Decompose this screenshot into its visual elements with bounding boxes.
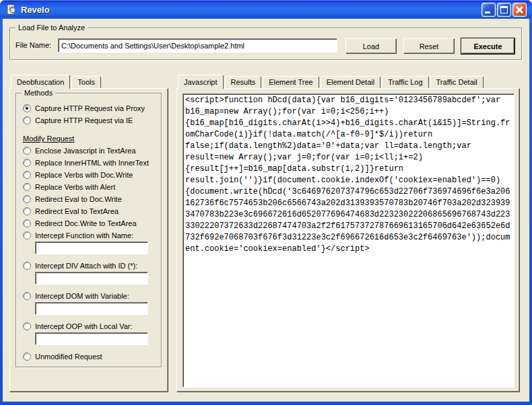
radio-intercept-dom-variable[interactable]: Intercept DOM with Variable:: [23, 290, 161, 302]
app-icon: [6, 4, 18, 15]
radio-redirect-docwrite-textarea[interactable]: Redirect Doc.Write to TextArea: [23, 217, 161, 229]
radio-icon[interactable]: [23, 207, 31, 215]
radio-label: Redirect Eval to Doc.Write: [35, 195, 122, 203]
radio-icon[interactable]: [23, 292, 31, 300]
radio-icon[interactable]: [23, 322, 31, 330]
radio-intercept-oop-localvar[interactable]: Intercept OOP with Local Var:: [23, 320, 161, 332]
radio-label: Intercept OOP with Local Var:: [35, 322, 133, 330]
radio-icon[interactable]: [23, 262, 31, 270]
load-button[interactable]: Load: [345, 38, 397, 54]
tab-tools[interactable]: Tools: [71, 76, 101, 88]
minimize-icon: [485, 11, 490, 13]
load-file-group: Load File to Analyze File Name: Load Res…: [9, 28, 522, 60]
radio-icon[interactable]: [23, 219, 31, 227]
radio-icon[interactable]: [23, 183, 31, 191]
radio-label: Replace Verbs with Alert: [35, 183, 115, 191]
radio-label: Replace InnerHTML with InnerText: [35, 159, 149, 167]
radio-label: Redirect Doc.Write to TextArea: [35, 219, 137, 227]
radio-icon[interactable]: [23, 147, 31, 155]
methods-group-label: Methods: [22, 89, 55, 98]
intercept-div-attach-id-input[interactable]: [35, 272, 148, 285]
radio-redirect-eval-textarea[interactable]: Redirect Eval to TextArea: [23, 205, 161, 217]
javascript-tab-page: <script>function hDcd(data){var b16_digi…: [176, 88, 520, 392]
radio-unmodified-request[interactable]: Unmodified Request: [23, 351, 161, 363]
deobfuscation-tab-page: Methods Capture HTTP Request via Proxy C…: [9, 88, 168, 392]
tab-deobfuscation[interactable]: Deobfuscation: [11, 75, 70, 89]
radio-enclose-js-textarea[interactable]: Enclose Javascript in TextArea: [23, 145, 161, 157]
tab-traffic-log[interactable]: Traffic Log: [382, 76, 428, 88]
intercept-function-name-input[interactable]: [35, 242, 148, 254]
radio-label: Unmodified Request: [35, 353, 102, 361]
radio-icon[interactable]: [23, 353, 31, 361]
radio-label: Intercept DOM with Variable:: [35, 292, 129, 300]
load-file-group-label: Load File to Analyze: [15, 24, 88, 32]
tab-element-detail[interactable]: Element Detail: [321, 76, 381, 88]
maximize-button[interactable]: [497, 3, 511, 17]
radio-capture-http-ie[interactable]: Capture HTTP Request via IE: [23, 114, 161, 126]
radio-replace-verbs-docwrite[interactable]: Replace Verbs with Doc.Write: [23, 169, 161, 181]
radio-icon[interactable]: [23, 104, 31, 112]
radio-intercept-function-name[interactable]: Intercept Function with Name:: [23, 229, 161, 242]
file-name-input[interactable]: [58, 38, 337, 52]
minimize-button[interactable]: [481, 3, 496, 17]
radio-icon[interactable]: [23, 159, 31, 167]
javascript-source-textbox[interactable]: <script>function hDcd(data){var b16_digi…: [182, 94, 514, 388]
radio-label: Intercept DIV Attach with ID (*):: [35, 262, 137, 270]
intercept-dom-variable-input[interactable]: [35, 302, 148, 315]
tab-javascript[interactable]: Javascript: [178, 75, 224, 89]
radio-redirect-eval-docwrite[interactable]: Redirect Eval to Doc.Write: [23, 193, 161, 205]
left-tabstrip: Deobfuscation Tools: [11, 74, 102, 88]
intercept-oop-localvar-input[interactable]: [35, 332, 148, 345]
tab-traffic-detail[interactable]: Traffic Detail: [430, 76, 484, 88]
modify-request-header: Modify Request: [23, 133, 161, 145]
radio-replace-innerhtml[interactable]: Replace InnerHTML with InnerText: [23, 157, 161, 169]
reset-button[interactable]: Reset: [403, 38, 455, 54]
radio-label: Capture HTTP Request via IE: [35, 116, 133, 124]
window-title: Revelo: [21, 5, 481, 15]
tab-element-tree[interactable]: Element Tree: [263, 76, 319, 88]
right-tabstrip: Javascript Results Element Tree Element …: [178, 74, 485, 88]
tab-results[interactable]: Results: [225, 76, 262, 88]
radio-icon[interactable]: [23, 171, 31, 179]
radio-intercept-div-attach-id[interactable]: Intercept DIV Attach with ID (*):: [23, 260, 161, 272]
methods-group: Methods Capture HTTP Request via Proxy C…: [15, 93, 162, 367]
radio-icon[interactable]: [23, 195, 31, 203]
window-controls: [481, 3, 527, 17]
file-name-label: File Name:: [15, 41, 51, 49]
radio-label: Redirect Eval to TextArea: [35, 207, 119, 215]
radio-icon[interactable]: [23, 116, 31, 124]
radio-label: Enclose Javascript in TextArea: [35, 147, 136, 155]
radio-replace-verbs-alert[interactable]: Replace Verbs with Alert: [23, 181, 161, 193]
radio-capture-http-proxy[interactable]: Capture HTTP Request via Proxy: [23, 102, 161, 114]
execute-button[interactable]: Execute: [461, 38, 514, 54]
close-icon: [516, 6, 523, 13]
client-area: Load File to Analyze File Name: Load Res…: [3, 19, 529, 402]
radio-label: Capture HTTP Request via Proxy: [35, 104, 145, 112]
radio-label: Replace Verbs with Doc.Write: [35, 171, 133, 179]
radio-icon[interactable]: [23, 231, 31, 240]
app-window: Revelo Load File to Analyze File Name: L…: [0, 0, 532, 405]
close-button[interactable]: [512, 3, 527, 17]
maximize-icon: [500, 6, 508, 13]
title-bar[interactable]: Revelo: [0, 0, 532, 19]
radio-label: Intercept Function with Name:: [35, 231, 133, 240]
